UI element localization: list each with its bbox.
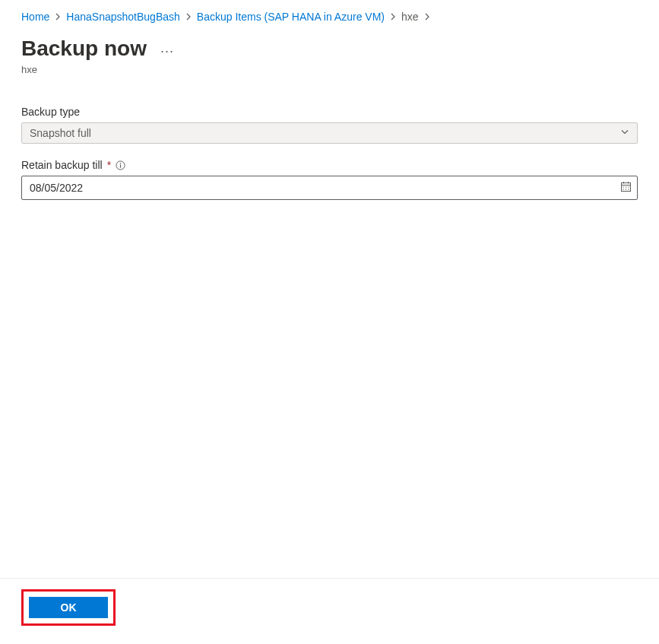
retain-backup-label: Retain backup till *	[21, 159, 638, 171]
footer: OK	[0, 578, 659, 644]
retain-date-input[interactable]	[21, 176, 638, 200]
info-icon[interactable]	[116, 160, 125, 170]
form-area: Backup type Snapshot full Retain backup …	[0, 97, 659, 578]
required-indicator: *	[107, 159, 111, 171]
backup-type-value: Snapshot full	[21, 122, 638, 144]
chevron-right-icon	[185, 13, 192, 21]
chevron-right-icon	[389, 13, 397, 21]
breadcrumb-home[interactable]: Home	[21, 11, 49, 23]
svg-rect-2	[120, 164, 121, 167]
retain-backup-label-text: Retain backup till	[21, 159, 103, 171]
more-icon[interactable]: ···	[160, 43, 174, 59]
page-title: Backup now	[21, 36, 147, 61]
breadcrumb-current: hxe	[401, 11, 419, 23]
breadcrumb-items[interactable]: Backup Items (SAP HANA in Azure VM)	[197, 11, 385, 23]
svg-point-1	[120, 163, 122, 164]
highlight-annotation: OK	[21, 589, 116, 626]
retain-date-field-wrapper	[21, 176, 638, 200]
page-header: Backup now ···	[0, 30, 659, 64]
backup-type-select[interactable]: Snapshot full	[21, 122, 638, 144]
chevron-right-icon	[423, 13, 431, 21]
page-subtitle: hxe	[0, 64, 659, 97]
chevron-right-icon	[54, 13, 62, 21]
breadcrumb: Home HanaSnapshotBugBash Backup Items (S…	[0, 0, 659, 30]
backup-type-label: Backup type	[21, 106, 638, 118]
ok-button[interactable]: OK	[29, 597, 108, 618]
backup-type-label-text: Backup type	[21, 106, 80, 118]
breadcrumb-vault[interactable]: HanaSnapshotBugBash	[66, 11, 179, 23]
